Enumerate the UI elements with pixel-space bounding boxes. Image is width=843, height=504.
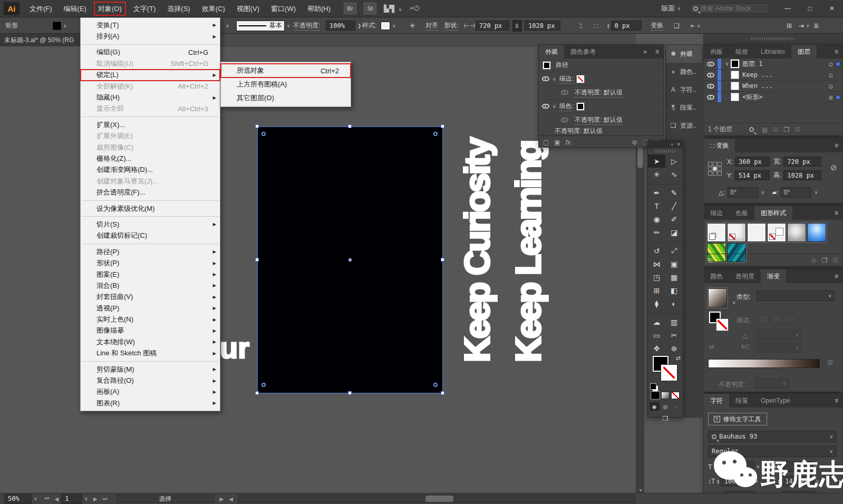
shaper-tool[interactable]: ◉ [648,212,665,226]
shape-builder-tool[interactable]: ◳ [648,270,665,284]
appearance-row-opacity[interactable]: 不透明度: 默认值 [539,86,663,100]
menu-item[interactable]: 复合路径(O) ▶ [81,375,220,386]
menubar-item[interactable]: 视图(V) [231,0,265,17]
minimize-button[interactable]: — [777,2,799,15]
menu-item[interactable] [81,359,220,364]
color-guide-panel-icon[interactable]: ◗ 颜色.. [666,63,702,81]
panel-menu-icon[interactable]: ≡ [830,269,842,283]
gradient-stroke-proxy[interactable] [716,319,728,331]
layers-panel-tab[interactable]: 画板 [704,45,729,59]
tab-color-guide[interactable]: 颜色参考 [564,45,602,59]
menu-item[interactable] [81,114,220,119]
transform-link[interactable]: 变换 [651,17,663,34]
hand-tool[interactable]: ✥ [648,342,665,355]
delete-layer-icon[interactable]: ☒ [794,126,800,133]
dock-control-icon[interactable]: ⇥∨ [799,17,810,34]
menu-item[interactable]: 取消编组(U) Shift+Ctrl+G [81,58,220,69]
type-tool[interactable]: T [648,199,665,212]
new-sublayer-icon[interactable]: ⊟ [773,126,778,133]
zoom-tool[interactable]: ⊕ [665,342,683,355]
opacity-field[interactable]: 100%❯ [326,17,362,34]
close-toolbar-icon[interactable]: ✕ [676,142,681,147]
gradient-panel-tab[interactable]: 渐变 [761,269,786,283]
styles-panel-tab[interactable]: 图形样式 [754,206,792,220]
stroke-style-dropdown[interactable]: 基本∨ [236,17,290,34]
gradient-panel-tab[interactable]: 颜色 [704,269,729,283]
layer-row[interactable]: ∨ When ... ○ [704,81,842,92]
style-soft-gray[interactable] [787,223,806,242]
opacity-label[interactable]: 不透明度: [293,17,320,34]
layer-label[interactable]: <矩形> [742,93,762,102]
canvas-horizontal-scrollbar[interactable] [238,495,635,503]
draw-inside-mode[interactable]: ◌ [672,402,682,411]
appearance-row-stroke[interactable]: ∨ 描边: [539,72,663,86]
layer-label[interactable]: 图层 1 [742,60,762,69]
menubar-item[interactable]: 帮助(H) [302,0,336,17]
bounding-box-icon[interactable]: ❑ [674,17,680,34]
select-similar-icon[interactable]: ➣∨ [690,17,701,34]
menu-item[interactable]: 拼合透明度(F)... [81,187,220,198]
height-field[interactable]: 1028 px [783,170,821,180]
new-style-icon[interactable]: ❐ [821,257,827,264]
artboard-number-field[interactable]: 1 [61,494,82,504]
y-field[interactable]: 514 px [735,170,770,180]
layer-label[interactable]: Keep ... [742,71,773,79]
free-transform-tool[interactable]: ▣ [665,257,683,270]
tab-transform[interactable]: ⸬ 变换 [704,139,735,152]
corner-type-icon[interactable]: ⸬. [594,17,601,34]
gradient-aspect-field[interactable]: ∨ [757,342,802,353]
clear-appearance-icon[interactable]: ⊘ [632,139,637,146]
menu-item[interactable]: 创建渐变网格(D)... [81,164,220,176]
visibility-eye-icon[interactable] [707,73,714,77]
magic-wand-tool[interactable]: ✳ [648,168,665,181]
appearance-row-fill[interactable]: ∨ 填色: [539,100,663,113]
shape-width-field[interactable]: 720 px [476,17,509,34]
tab-appearance[interactable]: 外观 [539,45,564,59]
style-default[interactable] [707,223,726,242]
layer-thumbnail[interactable] [731,71,739,79]
perspective-grid-tool[interactable]: ▦ [665,270,683,284]
visibility-eye-icon[interactable] [542,76,549,81]
menu-item[interactable]: 剪切蒙版(M) ▶ [81,364,220,375]
rotate-tool[interactable]: ↺ [648,244,665,257]
link-dimensions-button[interactable]: ∞ [512,17,522,34]
gpu-performance-icon[interactable]: 🗲⏻ [409,4,419,13]
menu-item[interactable]: 隐藏(H) ▶ [81,92,220,103]
selection-handle[interactable] [348,124,352,128]
menu-item[interactable]: 封套扭曲(V) ▶ [81,292,220,303]
arrange-documents-icon[interactable]: ▙▜ ∨ [384,5,402,13]
pencil-tool[interactable]: ✏ [648,226,665,239]
scale-tool[interactable]: ⤢ [665,244,683,257]
reverse-gradient-icon[interactable]: ⇄ [709,343,714,351]
unlink-style-icon[interactable]: ⊘ [811,257,816,264]
layer-thumbnail[interactable] [731,60,739,68]
first-artboard-icon[interactable]: ⏮ [45,496,50,502]
styles-panel-tab[interactable]: 色板 [729,206,754,220]
collapse-panel-icon[interactable]: » [639,45,651,59]
scrollbar-thumb[interactable] [425,496,453,502]
layer-thumbnail[interactable] [731,82,739,90]
layer-row[interactable]: ∨ 图层 1 ○ [704,59,842,70]
swap-fill-stroke-icon[interactable]: ⇄ [676,355,681,362]
selection-handle[interactable] [441,391,444,395]
appearance-row-opacity-clipped[interactable]: 不透明度: 默认值 [539,127,663,135]
menu-item[interactable]: 栅格化(Z)... [81,153,220,164]
artboard-tool[interactable]: ▭ [648,328,665,342]
menu-item[interactable]: 文本绕排(W) ▶ [81,336,220,347]
selection-handle[interactable] [348,391,352,395]
font-family-field[interactable]: Bauhaus 93 ∨ [708,431,837,442]
align-label[interactable]: 对齐 [425,17,438,34]
locate-object-icon[interactable] [749,126,757,133]
stock-button[interactable]: St [364,3,376,14]
live-corner-widget[interactable] [433,383,438,387]
layers-panel-tab[interactable]: Libraries [754,45,791,59]
blend-tool[interactable]: ◐ [665,297,683,310]
visibility-eye-icon[interactable] [707,84,714,89]
menu-item[interactable]: 切片(S) ▶ [81,219,220,230]
panel-menu-icon[interactable]: ≡ [830,394,842,408]
gradient-type-dropdown[interactable]: ∨ [757,290,835,301]
gradient-slider[interactable] [708,359,820,368]
panel-menu-icon[interactable]: ≡ [651,45,663,59]
layer-label[interactable]: When ... [742,82,773,90]
slice-tool[interactable]: ✂ [665,328,683,342]
